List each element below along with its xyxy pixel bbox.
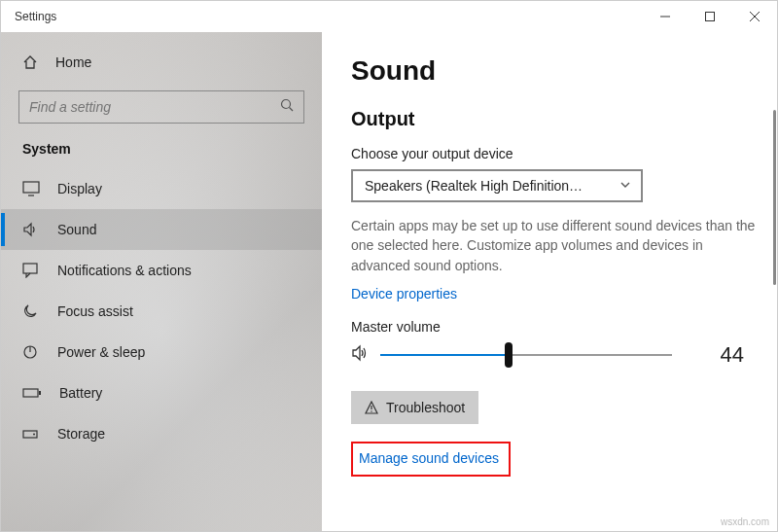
volume-value: 44 bbox=[721, 342, 758, 368]
sidebar-item-battery[interactable]: Battery bbox=[1, 372, 322, 413]
close-button[interactable] bbox=[732, 1, 777, 32]
svg-rect-6 bbox=[23, 182, 39, 193]
window-title: Settings bbox=[15, 10, 56, 23]
power-icon bbox=[22, 344, 40, 360]
output-heading: Output bbox=[351, 108, 758, 130]
svg-point-16 bbox=[371, 410, 371, 411]
speaker-icon[interactable] bbox=[351, 344, 371, 366]
sidebar-item-sound[interactable]: Sound bbox=[1, 209, 322, 250]
sound-icon bbox=[22, 222, 40, 237]
sidebar-item-label: Display bbox=[57, 181, 102, 196]
chevron-down-icon bbox=[619, 178, 631, 194]
sidebar-item-label: Notifications & actions bbox=[57, 263, 192, 278]
output-description: Certain apps may be set up to use differ… bbox=[351, 216, 758, 275]
sidebar-item-focus-assist[interactable]: Focus assist bbox=[1, 291, 322, 332]
sidebar-item-label: Storage bbox=[57, 426, 105, 442]
home-icon bbox=[22, 54, 38, 70]
output-device-dropdown[interactable]: Speakers (Realtek High Definition… bbox=[351, 169, 643, 202]
page-title: Sound bbox=[351, 55, 758, 87]
svg-rect-8 bbox=[23, 264, 37, 273]
sidebar-item-notifications[interactable]: Notifications & actions bbox=[1, 250, 322, 291]
search-field[interactable] bbox=[29, 99, 280, 115]
titlebar: Settings bbox=[1, 1, 777, 32]
focus-icon bbox=[22, 303, 40, 319]
highlight-annotation: Manage sound devices bbox=[351, 442, 511, 477]
sidebar-item-power-sleep[interactable]: Power & sleep bbox=[1, 332, 322, 372]
sidebar-item-label: Focus assist bbox=[57, 303, 133, 319]
warning-icon bbox=[365, 401, 378, 414]
battery-icon bbox=[22, 386, 42, 400]
sidebar-item-display[interactable]: Display bbox=[1, 168, 322, 209]
storage-icon bbox=[22, 426, 40, 442]
troubleshoot-label: Troubleshoot bbox=[386, 400, 465, 415]
home-label: Home bbox=[55, 54, 91, 70]
svg-rect-12 bbox=[39, 391, 41, 395]
volume-slider[interactable] bbox=[380, 343, 672, 367]
choose-device-label: Choose your output device bbox=[351, 146, 758, 161]
svg-line-5 bbox=[290, 108, 294, 112]
slider-fill bbox=[380, 354, 509, 356]
sidebar-item-label: Battery bbox=[59, 385, 102, 401]
search-icon bbox=[280, 98, 294, 116]
manage-sound-devices-link[interactable]: Manage sound devices bbox=[359, 450, 499, 466]
scrollbar[interactable] bbox=[773, 110, 776, 285]
sidebar-item-storage[interactable]: Storage bbox=[1, 413, 322, 454]
sidebar-item-label: Power & sleep bbox=[57, 344, 145, 360]
main-content: Sound Output Choose your output device S… bbox=[322, 32, 777, 531]
search-input[interactable] bbox=[18, 90, 304, 124]
svg-point-4 bbox=[282, 100, 291, 109]
watermark: wsxdn.com bbox=[721, 516, 769, 527]
troubleshoot-button[interactable]: Troubleshoot bbox=[351, 391, 478, 424]
sidebar: Home System Display Sound Notifications … bbox=[1, 32, 322, 531]
dropdown-selected: Speakers (Realtek High Definition… bbox=[365, 178, 583, 194]
maximize-button[interactable] bbox=[688, 1, 732, 32]
sidebar-item-label: Sound bbox=[57, 222, 96, 237]
home-nav[interactable]: Home bbox=[1, 42, 322, 83]
svg-rect-11 bbox=[23, 389, 38, 397]
device-properties-link[interactable]: Device properties bbox=[351, 286, 457, 301]
svg-point-14 bbox=[33, 434, 35, 436]
minimize-button[interactable] bbox=[643, 1, 688, 32]
display-icon bbox=[22, 181, 40, 196]
master-volume-label: Master volume bbox=[351, 319, 758, 335]
category-heading: System bbox=[1, 137, 322, 168]
notifications-icon bbox=[22, 263, 40, 278]
slider-thumb[interactable] bbox=[505, 342, 513, 368]
svg-rect-1 bbox=[706, 13, 715, 21]
